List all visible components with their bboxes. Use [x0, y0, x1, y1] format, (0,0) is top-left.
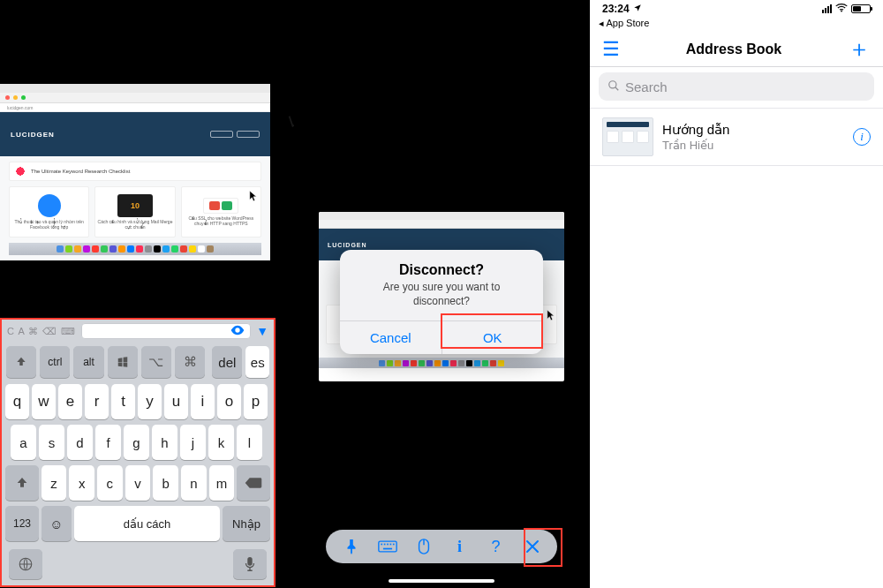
key-x[interactable]: x — [69, 465, 94, 501]
key-r[interactable]: r — [85, 384, 109, 419]
es-key[interactable]: es — [245, 346, 269, 378]
command-key[interactable]: ⌘ — [175, 346, 205, 378]
key-q[interactable]: q — [5, 384, 29, 419]
pin-icon[interactable] — [336, 533, 366, 560]
wifi-icon — [835, 3, 848, 15]
ok-highlight — [441, 313, 543, 349]
key-c[interactable]: c — [97, 465, 123, 501]
del-key[interactable]: del — [212, 346, 242, 378]
mouse-icon[interactable] — [409, 533, 439, 560]
back-to-app[interactable]: ◂ App Store — [590, 18, 883, 32]
key-b[interactable]: b — [153, 465, 178, 501]
connection-thumbnail — [602, 117, 653, 156]
key-i[interactable]: i — [191, 384, 215, 419]
key-p[interactable]: p — [244, 384, 268, 419]
svg-rect-5 — [387, 544, 389, 546]
article-card: 10 Cách cấu hình và sử dụng Mail Merge c… — [94, 186, 175, 237]
home-indicator[interactable] — [389, 579, 494, 583]
shift-key[interactable] — [6, 346, 36, 378]
list-item[interactable]: Hướng dẫn Trần Hiếu i — [590, 109, 883, 166]
svg-point-11 — [841, 11, 842, 12]
mic-key[interactable] — [233, 549, 267, 579]
site-logo: LUCIDGEN — [11, 131, 55, 139]
win-key[interactable] — [108, 346, 138, 378]
remote-session-screen: LUCIDGEN Disconnect? Are you sure you wa… — [294, 0, 589, 588]
key-z[interactable]: z — [42, 465, 67, 501]
shift-key[interactable] — [5, 465, 39, 501]
alert-title: Disconnect? — [340, 250, 543, 280]
enter-key[interactable]: Nhập — [223, 506, 270, 541]
option-key[interactable]: ⌥ — [141, 346, 171, 378]
keyboard-row-q: q w e r t y u i o p — [2, 381, 274, 422]
battery-icon — [851, 4, 871, 13]
alt-key[interactable]: alt — [73, 346, 103, 378]
info-icon[interactable]: i — [445, 533, 475, 560]
svg-rect-2 — [378, 541, 396, 552]
key-o[interactable]: o — [217, 384, 241, 419]
key-s[interactable]: s — [39, 425, 64, 460]
remote-desktop-thumbnail: lucidgen.com LUCIDGEN The Ultimate Keywo… — [0, 84, 270, 260]
visibility-icon[interactable] — [230, 325, 245, 338]
add-button[interactable]: ＋ — [848, 34, 871, 64]
key-k[interactable]: k — [208, 425, 234, 460]
svg-rect-1 — [247, 557, 252, 566]
key-u[interactable]: u — [164, 384, 188, 419]
keyboard-row-a: a s d f g h j k l — [2, 422, 274, 463]
cell-signal-icon — [822, 4, 832, 13]
space-key[interactable]: dấu cách — [74, 506, 220, 541]
key-h[interactable]: h — [152, 425, 177, 460]
navbar: ☰ Address Book ＋ — [590, 32, 883, 67]
key-e[interactable]: e — [58, 384, 82, 419]
key-w[interactable]: w — [32, 384, 56, 419]
keyboard-icon[interactable] — [373, 533, 403, 560]
card-caption: Cách cấu hình và sử dụng Mail Merge cực … — [97, 219, 172, 230]
key-d[interactable]: d — [67, 425, 93, 460]
key-l[interactable]: l — [237, 425, 262, 460]
key-n[interactable]: n — [181, 465, 207, 501]
key-g[interactable]: g — [124, 425, 149, 460]
collapse-keyboard-icon[interactable]: ▼ — [256, 324, 268, 338]
svg-rect-7 — [392, 544, 394, 546]
browser-addressbar: lucidgen.com — [0, 103, 270, 112]
banner-icon — [15, 166, 26, 177]
search-icon — [608, 79, 620, 94]
key-t[interactable]: t — [111, 384, 135, 419]
site-hero: LUCIDGEN — [0, 112, 270, 156]
page-title: Address Book — [686, 41, 781, 57]
ssl-icon — [203, 198, 238, 214]
banner-text: The Ultimate Keyword Research Checklist — [31, 169, 130, 174]
card-caption: Thủ thuật tạo và quản lý nhóm trên Faceb… — [11, 219, 87, 230]
menu-icon[interactable]: ☰ — [602, 38, 620, 61]
keyboard-text-field[interactable] — [81, 323, 251, 339]
info-icon[interactable]: i — [853, 128, 871, 146]
help-icon[interactable]: ? — [481, 533, 511, 560]
site-logo: LUCIDGEN — [328, 242, 367, 248]
status-bar: 23:24 — [590, 0, 883, 18]
key-v[interactable]: v — [125, 465, 151, 501]
mouse-cursor-icon — [249, 190, 258, 202]
group-icon — [38, 194, 61, 217]
keyboard-toolbar-glyphs[interactable]: C A ⌘ ⌫ ⌨ — [7, 326, 76, 337]
macos-dock — [9, 243, 261, 255]
key-y[interactable]: y — [138, 384, 162, 419]
ipad-keyboard: C A ⌘ ⌫ ⌨ ▼ ctrl alt ⌥ ⌘ del es q w e r … — [0, 318, 275, 587]
numbers-key[interactable]: 123 — [5, 506, 39, 541]
search-input[interactable]: Search — [599, 72, 874, 101]
backspace-key[interactable] — [237, 465, 270, 501]
mouse-cursor-icon — [547, 309, 555, 321]
status-time: 23:24 — [602, 3, 630, 15]
connection-owner: Trần Hiếu — [662, 139, 844, 152]
mailmerge-icon: 10 — [117, 194, 153, 217]
key-a[interactable]: a — [11, 425, 36, 460]
key-j[interactable]: j — [180, 425, 206, 460]
macos-menubar — [0, 84, 270, 93]
ctrl-key[interactable]: ctrl — [40, 346, 70, 378]
globe-key[interactable] — [9, 549, 42, 579]
keyboard-row-z: z x c v b n m — [2, 463, 274, 503]
key-f[interactable]: f — [95, 425, 121, 460]
emoji-key[interactable]: ☺ — [42, 506, 72, 541]
address-book-screen: 23:24 ◂ App Store ☰ Address Book ＋ Searc… — [589, 0, 883, 588]
svg-rect-3 — [381, 544, 382, 546]
cancel-button[interactable]: Cancel — [340, 321, 442, 354]
key-m[interactable]: m — [209, 465, 235, 501]
